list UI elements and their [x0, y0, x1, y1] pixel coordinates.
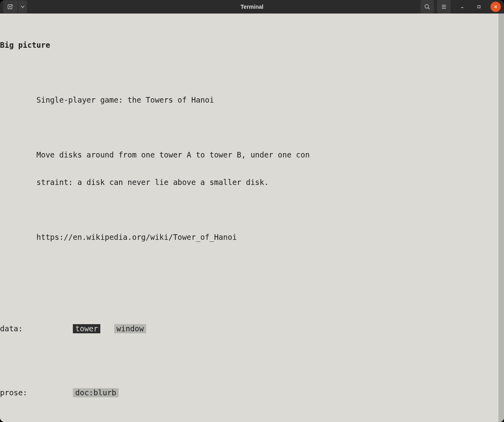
minimize-button[interactable]	[457, 2, 467, 12]
close-button[interactable]	[490, 2, 501, 12]
maximize-icon	[477, 5, 481, 9]
svg-point-1	[425, 5, 429, 8]
data-label: data:	[0, 324, 23, 333]
menu-button[interactable]	[437, 0, 451, 14]
content-wrap: Big picture Single-player game: the Towe…	[0, 14, 504, 422]
chip-doc-blurb[interactable]: doc:blurb	[73, 388, 119, 397]
heading: Big picture	[0, 41, 50, 50]
dropdown-button[interactable]	[18, 0, 27, 13]
maximize-button[interactable]	[474, 2, 484, 12]
new-tab-button[interactable]	[3, 0, 18, 13]
terminal-body: Big picture Single-player game: the Towe…	[0, 14, 498, 422]
titlebar: Terminal	[0, 0, 504, 14]
desc-line-3: straint: a disk can never lie above a sm…	[37, 178, 269, 187]
titlebar-left	[3, 0, 27, 13]
new-tab-icon	[7, 4, 14, 10]
chevron-down-icon	[21, 6, 25, 8]
prose-label: prose:	[0, 388, 27, 397]
chip-window[interactable]: window	[114, 324, 147, 333]
hamburger-icon	[441, 4, 447, 10]
terminal-content[interactable]: Big picture Single-player game: the Towe…	[0, 14, 498, 422]
desc-line-4: https://en.wikipedia.org/wiki/Tower_of_H…	[37, 233, 237, 242]
svg-rect-2	[478, 6, 480, 8]
chip-tower[interactable]: tower	[73, 324, 100, 333]
desc-line-1: Single-player game: the Towers of Hanoi	[37, 95, 214, 105]
search-icon	[424, 4, 430, 10]
terminal-window: Terminal	[0, 0, 504, 422]
scrollbar-thumb[interactable]	[498, 14, 504, 422]
search-button[interactable]	[420, 0, 434, 14]
desc-line-2: Move disks around from one tower A to to…	[37, 150, 310, 159]
minimize-icon	[460, 5, 464, 9]
titlebar-right	[420, 0, 501, 14]
scrollbar[interactable]	[498, 14, 504, 422]
close-icon	[494, 5, 498, 9]
